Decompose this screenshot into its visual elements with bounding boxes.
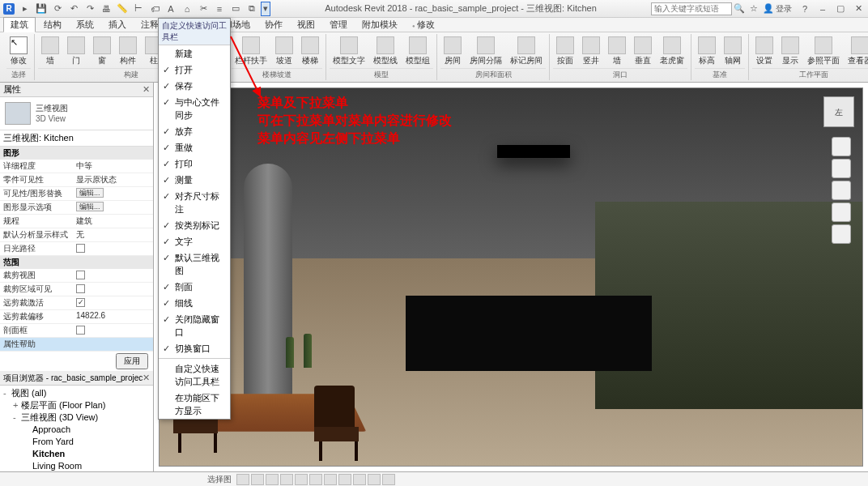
qat-save-icon[interactable]: 💾 [34, 2, 49, 16]
dd-item-3[interactable]: 与中心文件同步 [159, 94, 230, 123]
nav-pan-icon[interactable] [832, 181, 851, 200]
viewcube[interactable]: 左 [823, 96, 854, 127]
qat-dim-icon[interactable]: ⊢ [131, 2, 146, 16]
dd-item-5[interactable]: 重做 [159, 139, 230, 156]
show-button[interactable]: 显示 [778, 35, 802, 68]
detail-icon[interactable] [251, 474, 264, 485]
dd-item-7[interactable]: 测量 [159, 172, 230, 188]
prop-row[interactable]: 裁剪区域可见 [0, 283, 153, 296]
tree-twisty-icon[interactable]: - [13, 411, 21, 424]
tagroom-button[interactable]: 标记房间 [507, 35, 546, 68]
visual-style-icon[interactable] [266, 474, 279, 485]
tree-node[interactable]: -视图 (all) [2, 387, 151, 399]
prop-row[interactable]: 可见性/图形替换编辑... [0, 187, 153, 201]
checkbox[interactable] [76, 244, 85, 253]
dd-item-14[interactable]: 关闭隐藏窗口 [159, 311, 230, 340]
tree-node[interactable]: Living Room [2, 460, 151, 471]
cropvis-icon[interactable] [338, 474, 351, 485]
checkbox[interactable] [76, 284, 85, 293]
browser-header[interactable]: 项目浏览器 - rac_basic_sample_project ✕ [0, 371, 153, 386]
dd-item-1[interactable]: 打开 [159, 62, 230, 78]
render-icon[interactable] [309, 474, 322, 485]
dd-item-4[interactable]: 放弃 [159, 123, 230, 139]
grid-button[interactable]: 轴网 [721, 35, 745, 68]
sunpath-icon[interactable] [280, 474, 293, 485]
modeltext-button[interactable]: 模型文字 [330, 35, 368, 68]
qat-3d-icon[interactable]: ⌂ [180, 2, 194, 16]
ramp-button[interactable]: 坡道 [272, 35, 296, 68]
help-search-input[interactable] [651, 2, 732, 15]
dd-item-0[interactable]: 新建 [159, 45, 230, 62]
dd-item-12[interactable]: 剖面 [159, 279, 230, 295]
qat-undo-icon[interactable]: ↶ [66, 2, 81, 16]
tab-view[interactable]: 视图 [291, 18, 321, 32]
qat-switch-icon[interactable]: ⧉ [245, 2, 259, 16]
properties-header[interactable]: 属性 ✕ [0, 83, 153, 97]
prop-help-row[interactable]: 属性帮助 [0, 338, 153, 352]
checkbox[interactable] [76, 271, 85, 279]
prop-row[interactable]: 图形显示选项编辑... [0, 201, 153, 215]
search-icon[interactable]: 🔍 [732, 2, 747, 16]
crop-icon[interactable] [324, 474, 337, 485]
edit-button[interactable]: 编辑... [76, 188, 104, 198]
browser-close-icon[interactable]: ✕ [143, 373, 150, 383]
checkbox[interactable] [76, 298, 85, 307]
qat-redo-icon[interactable]: ↷ [83, 2, 97, 16]
app-icon[interactable]: R [3, 3, 15, 15]
component-button[interactable]: 构件 [116, 35, 140, 68]
reveal-icon[interactable] [382, 474, 395, 485]
shadows-icon[interactable] [295, 474, 308, 485]
qat-section-icon[interactable]: ✂ [196, 2, 211, 16]
tab-systems[interactable]: 系统 [70, 18, 100, 32]
scale-icon[interactable] [236, 474, 249, 485]
tab-architecture[interactable]: 建筑 [3, 17, 36, 32]
dd-item-8[interactable]: 对齐尺寸标注 [159, 188, 230, 217]
qat-print-icon[interactable]: 🖶 [99, 2, 113, 16]
modelgroup-button[interactable]: 模型组 [402, 35, 433, 68]
dd-item-2[interactable]: 保存 [159, 78, 230, 94]
door-button[interactable]: 门 [64, 35, 88, 68]
prop-row[interactable]: 默认分析显示样式无 [0, 228, 153, 242]
prop-row[interactable]: 规程建筑 [0, 215, 153, 228]
dd-item-9[interactable]: 按类别标记 [159, 217, 230, 233]
shaft-button[interactable]: 竖井 [579, 35, 603, 68]
tree-twisty-icon[interactable]: - [3, 387, 11, 399]
apply-button[interactable]: 应用 [116, 353, 148, 369]
maximize-icon[interactable]: ▢ [834, 3, 847, 15]
dd-show-below[interactable]: 在功能区下方显示 [159, 390, 230, 419]
nav-home-icon[interactable] [832, 137, 851, 156]
close-icon[interactable]: ✕ [852, 3, 865, 15]
tree-node[interactable]: -三维视图 (3D View) [2, 411, 151, 424]
project-browser[interactable]: -视图 (all)+楼层平面 (Floor Plan)-三维视图 (3D Vie… [0, 386, 153, 471]
login-label[interactable]: 登录 [776, 3, 792, 15]
modify-button[interactable]: ↖修改 [6, 35, 31, 68]
prop-row[interactable]: 日光路径 [0, 242, 153, 256]
dd-item-6[interactable]: 打印 [159, 156, 230, 172]
vertical-button[interactable]: 垂直 [631, 35, 655, 68]
dd-item-13[interactable]: 细线 [159, 295, 230, 311]
byface-button[interactable]: 按面 [553, 35, 577, 68]
minimize-icon[interactable]: – [816, 3, 829, 15]
dormer-button[interactable]: 老虎窗 [657, 35, 687, 68]
prop-row[interactable]: 零件可见性显示原状态 [0, 173, 153, 187]
roomsep-button[interactable]: 房间分隔 [466, 35, 505, 68]
qat-text-icon[interactable]: A [164, 2, 178, 16]
edit-button[interactable]: 编辑... [76, 202, 104, 211]
prop-row[interactable]: 详细程度中等 [0, 160, 153, 173]
tab-structure[interactable]: 结构 [37, 18, 68, 32]
nav-orbit-icon[interactable] [832, 224, 851, 244]
tree-node[interactable]: Approach [2, 424, 151, 436]
lock-icon[interactable] [353, 474, 366, 485]
dd-item-15[interactable]: 切换窗口 [159, 340, 230, 356]
level-button[interactable]: 标高 [695, 35, 719, 68]
dd-item-11[interactable]: 默认三维视图 [159, 249, 230, 279]
properties-close-icon[interactable]: ✕ [143, 84, 150, 95]
qat-sync-icon[interactable]: ⟳ [50, 2, 65, 16]
tab-insert[interactable]: 插入 [102, 18, 133, 32]
tab-collaborate[interactable]: 协作 [258, 18, 289, 32]
modelline-button[interactable]: 模型线 [370, 35, 401, 68]
tree-node[interactable]: Kitchen [2, 448, 151, 460]
tab-addins[interactable]: 附加模块 [355, 18, 404, 32]
dd-item-10[interactable]: 文字 [159, 233, 230, 249]
qat-open-icon[interactable]: ▸ [18, 2, 32, 16]
